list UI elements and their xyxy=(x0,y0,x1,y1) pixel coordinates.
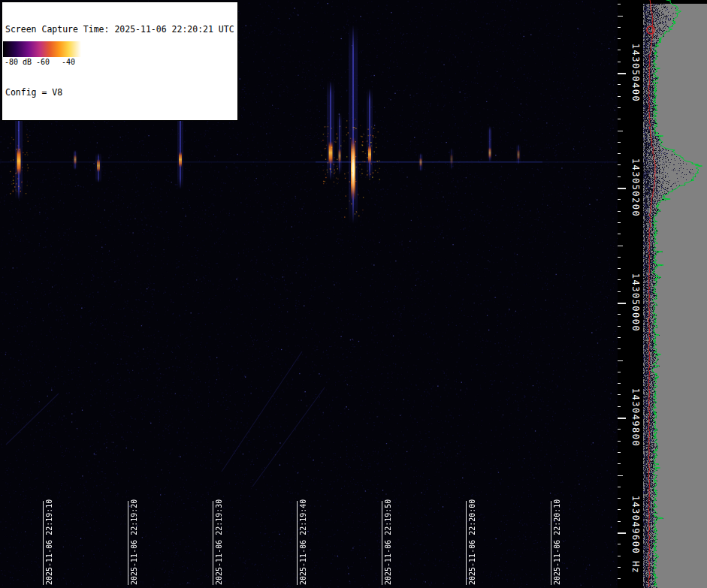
freq-tick xyxy=(618,246,623,246)
time-axis-label: 2025-11-06 22:20:00 xyxy=(468,499,476,585)
freq-tick xyxy=(618,463,621,464)
time-axis-label: 2025-11-06 22:20:10 xyxy=(553,499,561,585)
time-tick xyxy=(297,501,298,585)
freq-tick xyxy=(618,303,626,304)
freq-tick xyxy=(618,222,621,223)
freq-tick xyxy=(618,532,626,534)
freq-tick xyxy=(618,211,621,212)
freq-tick xyxy=(618,199,621,200)
freq-tick xyxy=(618,96,621,97)
freq-tick xyxy=(618,107,621,108)
freq-tick xyxy=(618,441,621,442)
freq-tick xyxy=(618,153,621,154)
freq-tick xyxy=(618,406,621,407)
frequency-axis: 1430504001430502001430500001430498001430… xyxy=(618,0,643,588)
freq-tick xyxy=(618,394,621,395)
freq-tick xyxy=(618,498,621,499)
freq-tick xyxy=(618,164,621,165)
freq-tick xyxy=(618,188,626,189)
colorbar-label-mid: -60 xyxy=(36,58,50,66)
freq-tick xyxy=(618,429,621,430)
freq-tick xyxy=(618,50,621,50)
time-axis-label: 2025-11-06 22:19:40 xyxy=(299,499,307,585)
spectrogram-screen: 1430504001430502001430500001430498001430… xyxy=(0,0,707,588)
freq-tick xyxy=(618,257,621,258)
freq-tick xyxy=(618,452,621,453)
time-axis-label: 2025-11-06 22:19:10 xyxy=(45,499,53,585)
freq-tick xyxy=(618,487,621,487)
freq-tick xyxy=(618,521,621,522)
colorbar-gradient xyxy=(3,41,81,57)
time-axis-label: 2025-11-06 22:19:50 xyxy=(384,499,392,585)
colorbar-labels: -80 dB -60 -40 xyxy=(3,57,81,68)
freq-tick xyxy=(618,567,621,568)
freq-tick xyxy=(618,556,621,556)
time-tick xyxy=(128,501,128,585)
colorbar-label-min: -80 dB xyxy=(5,58,32,66)
time-tick xyxy=(466,501,467,585)
freq-tick xyxy=(618,291,621,292)
colorbar-label-max: -40 xyxy=(62,58,75,66)
spectrum-panel xyxy=(643,0,707,588)
time-tick xyxy=(382,501,382,585)
freq-axis-label: 143050400 xyxy=(630,44,641,103)
freq-tick xyxy=(618,418,626,419)
freq-tick xyxy=(618,509,621,510)
freq-tick xyxy=(618,544,621,544)
freq-axis-label: 143049800 xyxy=(630,388,641,448)
freq-tick xyxy=(618,337,621,338)
capture-time-text: Screen Capture Time: 2025-11-06 22:20:21… xyxy=(5,24,234,35)
time-axis-label: 2025-11-06 22:19:30 xyxy=(215,499,223,585)
freq-axis-label: 143049600 Hz xyxy=(630,496,641,574)
freq-tick xyxy=(618,131,623,131)
freq-axis-label: 143050000 xyxy=(630,273,641,333)
time-tick xyxy=(43,501,44,585)
freq-tick xyxy=(618,38,621,39)
freq-tick xyxy=(618,84,621,85)
freq-tick xyxy=(618,176,621,177)
freq-tick xyxy=(618,4,621,5)
freq-tick xyxy=(618,475,623,476)
freq-tick xyxy=(618,360,623,361)
freq-tick xyxy=(618,62,621,62)
freq-tick xyxy=(618,234,621,234)
freq-axis-label: 143050200 xyxy=(630,158,641,218)
freq-tick xyxy=(618,326,621,327)
time-tick xyxy=(213,501,213,585)
freq-tick xyxy=(618,348,621,349)
freq-tick xyxy=(618,314,621,315)
freq-tick xyxy=(618,73,626,74)
time-tick xyxy=(551,501,551,585)
freq-tick xyxy=(618,16,623,17)
freq-tick xyxy=(618,119,621,119)
freq-tick xyxy=(618,578,621,579)
freq-tick xyxy=(618,268,621,269)
freq-tick xyxy=(618,27,621,28)
freq-tick xyxy=(618,142,621,143)
config-text: Config = V8 xyxy=(5,87,234,98)
freq-tick xyxy=(618,372,621,372)
time-axis-label: 2025-11-06 22:19:20 xyxy=(130,499,138,585)
color-scale-legend: -80 dB -60 -40 xyxy=(3,41,81,68)
freq-tick xyxy=(618,279,621,280)
freq-tick xyxy=(618,383,621,384)
